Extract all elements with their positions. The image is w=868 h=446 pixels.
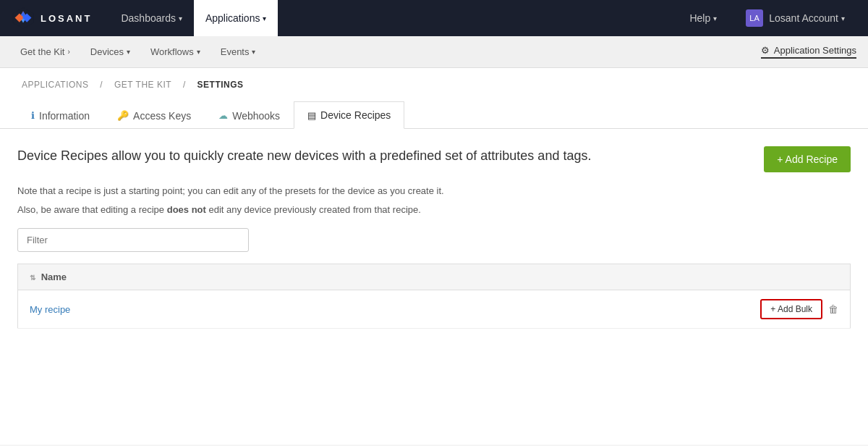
sub-nav-left: Get the Kit › Devices ▾ Workflows ▾ Even… bbox=[12, 36, 761, 68]
breadcrumb-sep-1: / bbox=[100, 80, 103, 90]
sub-navigation: Get the Kit › Devices ▾ Workflows ▾ Even… bbox=[0, 36, 868, 68]
gear-icon: ⚙ bbox=[761, 45, 770, 56]
name-column-header: ⇅ Name bbox=[18, 264, 341, 290]
breadcrumb-settings: SETTINGS bbox=[197, 80, 244, 90]
nav-right-section: Help ▾ LA Losant Account ▾ bbox=[678, 0, 856, 36]
sub-nav-devices[interactable]: Devices ▾ bbox=[82, 36, 139, 68]
tab-access-keys[interactable]: 🔑 Access Keys bbox=[103, 101, 205, 129]
sub-nav-workflows[interactable]: Workflows ▾ bbox=[142, 36, 209, 68]
sub-nav-events[interactable]: Events ▾ bbox=[212, 36, 265, 68]
table-header-row: ⇅ Name bbox=[18, 264, 851, 290]
actions-column-header bbox=[341, 264, 851, 290]
top-navigation: LOSANT Dashboards ▾ Applications ▾ Help … bbox=[0, 0, 868, 36]
events-chevron-icon: ▾ bbox=[252, 48, 255, 56]
account-chevron-icon: ▾ bbox=[841, 14, 845, 22]
nav-applications[interactable]: Applications ▾ bbox=[194, 0, 278, 36]
tab-webhooks[interactable]: ☁ Webhooks bbox=[205, 101, 294, 129]
dashboards-chevron-icon: ▾ bbox=[179, 14, 182, 22]
main-content: Device Recipes allow you to quickly crea… bbox=[0, 129, 868, 346]
logo-text: LOSANT bbox=[41, 13, 92, 24]
main-nav-items: Dashboards ▾ Applications ▾ bbox=[109, 0, 678, 36]
nav-help[interactable]: Help ▾ bbox=[678, 0, 728, 36]
device-recipes-icon: ▤ bbox=[307, 110, 316, 121]
tab-information[interactable]: ℹ Information bbox=[17, 101, 103, 129]
devices-chevron-icon: ▾ bbox=[127, 48, 130, 56]
get-the-kit-chevron-icon: › bbox=[67, 48, 69, 56]
webhooks-icon: ☁ bbox=[218, 110, 228, 121]
nav-account[interactable]: LA Losant Account ▾ bbox=[734, 0, 856, 36]
recipe-actions-cell: + Add Bulk 🗑 bbox=[341, 290, 851, 329]
recipe-name-link[interactable]: My recipe bbox=[30, 304, 70, 315]
add-bulk-button[interactable]: + Add Bulk bbox=[760, 299, 822, 319]
svg-text:LA: LA bbox=[750, 14, 760, 22]
filter-section bbox=[17, 228, 851, 252]
logo[interactable]: LOSANT bbox=[12, 7, 92, 30]
breadcrumb: APPLICATIONS / GET THE KIT / SETTINGS bbox=[17, 80, 851, 90]
sort-icon: ⇅ bbox=[30, 274, 35, 282]
settings-tabs: ℹ Information 🔑 Access Keys ☁ Webhooks ▤… bbox=[0, 101, 868, 129]
description-block: Device Recipes allow you to quickly crea… bbox=[17, 146, 851, 172]
actions-cell: + Add Bulk 🗑 bbox=[352, 299, 838, 319]
recipe-name-cell: My recipe bbox=[18, 290, 341, 329]
information-icon: ℹ bbox=[31, 110, 35, 121]
breadcrumb-section: APPLICATIONS / GET THE KIT / SETTINGS bbox=[0, 68, 868, 90]
breadcrumb-get-the-kit[interactable]: GET THE KIT bbox=[114, 80, 171, 90]
breadcrumb-sep-2: / bbox=[183, 80, 186, 90]
access-keys-icon: 🔑 bbox=[117, 110, 129, 121]
filter-input[interactable] bbox=[17, 228, 249, 252]
nav-dashboards[interactable]: Dashboards ▾ bbox=[109, 0, 194, 36]
recipe-table: ⇅ Name My recipe + Add Bulk 🗑 bbox=[17, 264, 851, 329]
table-row: My recipe + Add Bulk 🗑 bbox=[18, 290, 851, 329]
workflows-chevron-icon: ▾ bbox=[197, 48, 200, 56]
losant-logo-icon bbox=[12, 7, 35, 30]
sub-nav-get-the-kit[interactable]: Get the Kit › bbox=[12, 36, 79, 68]
note-1: Note that a recipe is just a starting po… bbox=[17, 184, 851, 198]
help-chevron-icon: ▾ bbox=[713, 14, 717, 22]
note-2: Also, be aware that editing a recipe doe… bbox=[17, 203, 851, 217]
add-recipe-button[interactable]: + Add Recipe bbox=[764, 146, 851, 172]
tab-device-recipes[interactable]: ▤ Device Recipes bbox=[294, 101, 404, 129]
device-recipes-heading: Device Recipes allow you to quickly crea… bbox=[17, 146, 591, 166]
app-settings-link[interactable]: ⚙ Application Settings bbox=[761, 45, 856, 59]
account-avatar-icon: LA bbox=[746, 9, 763, 27]
delete-icon[interactable]: 🗑 bbox=[828, 303, 838, 315]
breadcrumb-applications[interactable]: APPLICATIONS bbox=[22, 80, 88, 90]
description-text: Device Recipes allow you to quickly crea… bbox=[17, 146, 591, 166]
applications-chevron-icon: ▾ bbox=[263, 14, 266, 22]
